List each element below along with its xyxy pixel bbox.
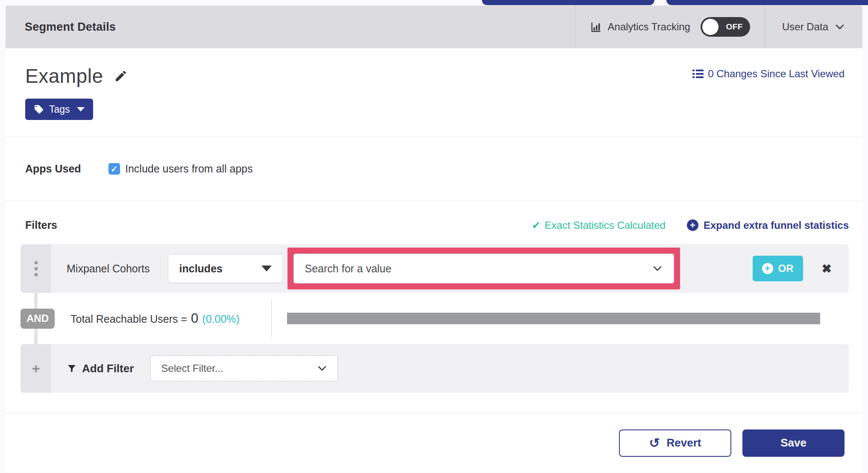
edit-pencil-icon[interactable] <box>114 69 128 83</box>
exact-statistics-status: ✔ Exact Statistics Calculated <box>532 219 666 231</box>
segment-details-card: Segment Details Analytics Tracking OFF U… <box>6 6 862 472</box>
footer-actions: ↺ Revert Save <box>6 413 862 472</box>
chevron-down-icon <box>317 365 327 371</box>
tag-icon <box>34 104 44 114</box>
page-title: Segment Details <box>6 6 575 48</box>
top-cutoff-tab-left <box>482 0 654 5</box>
filter-attribute-label: Mixpanel Cohorts <box>67 263 150 275</box>
chevron-down-icon <box>652 266 663 272</box>
save-button[interactable]: Save <box>742 429 845 457</box>
expand-funnel-statistics-link[interactable]: + Expand extra funnel statistics <box>687 219 849 231</box>
title-section: Example 0 Changes Since Last Viewed Tags <box>6 48 862 137</box>
revert-icon: ↺ <box>649 437 660 450</box>
filters-section: Filters ✔ Exact Statistics Calculated + … <box>6 201 862 413</box>
reachable-label: Total Reachable Users = <box>70 313 187 325</box>
drag-handle[interactable] <box>21 244 51 293</box>
reachable-progress-bar <box>287 313 820 324</box>
filters-heading: Filters <box>25 219 532 231</box>
check-icon: ✔ <box>532 219 540 231</box>
add-or-condition-button[interactable]: + OR <box>753 256 803 281</box>
include-all-apps-checkbox[interactable]: ✓ <box>108 163 120 175</box>
plus-circle-icon: + <box>687 219 698 231</box>
user-data-menu[interactable]: User Data <box>765 6 862 48</box>
segment-name: Example <box>25 64 103 88</box>
filter-row: Mixpanel Cohorts includes Search for a v… <box>21 244 849 293</box>
tags-button[interactable]: Tags <box>25 99 93 120</box>
select-caret-icon <box>261 266 272 272</box>
operator-select[interactable]: includes <box>168 254 283 283</box>
toggle-state-label: OFF <box>726 22 743 32</box>
plus-icon: + <box>32 361 40 377</box>
select-filter-placeholder: Select Filter... <box>161 362 223 374</box>
changes-link-label: 0 Changes Since Last Viewed <box>708 68 845 80</box>
expand-funnel-label: Expand extra funnel statistics <box>704 219 849 231</box>
value-select-highlight: Search for a value <box>287 248 680 289</box>
vertical-divider <box>271 300 272 337</box>
tags-button-label: Tags <box>49 104 70 115</box>
operator-value: includes <box>179 263 223 275</box>
revert-button-label: Revert <box>667 436 701 450</box>
drag-dots-icon <box>35 261 38 276</box>
analytics-tracking-section: Analytics Tracking OFF <box>575 6 765 48</box>
apps-used-label: Apps Used <box>25 163 108 175</box>
add-filter-row: + Add Filter Select Filter... <box>21 344 849 393</box>
add-filter-label: Add Filter <box>67 362 134 375</box>
and-badge: AND <box>21 309 55 329</box>
top-cutoff-tab-right <box>666 0 868 5</box>
plus-circle-icon: + <box>762 263 773 274</box>
include-all-apps-label: Include users from all apps <box>125 163 253 175</box>
toggle-knob <box>702 19 718 35</box>
changes-list-icon <box>692 69 704 79</box>
reachable-percent: (0.00%) <box>202 313 240 325</box>
bar-chart-icon <box>590 21 602 33</box>
exact-statistics-label: Exact Statistics Calculated <box>545 219 666 231</box>
value-search-select[interactable]: Search for a value <box>293 254 674 283</box>
revert-button[interactable]: ↺ Revert <box>619 429 731 457</box>
panel-header: Segment Details Analytics Tracking OFF U… <box>6 6 862 48</box>
and-summary-row: AND Total Reachable Users = 0 (0.00%) <box>21 293 849 344</box>
apps-used-section: Apps Used ✓ Include users from all apps <box>6 137 862 201</box>
analytics-tracking-toggle[interactable]: OFF <box>701 17 750 37</box>
user-data-label: User Data <box>782 21 828 33</box>
analytics-tracking-label: Analytics Tracking <box>608 21 690 33</box>
reachable-count: 0 <box>191 311 198 326</box>
select-filter-dropdown[interactable]: Select Filter... <box>150 355 338 382</box>
add-filter-gutter: + <box>21 344 51 393</box>
remove-filter-icon[interactable]: ✖ <box>822 262 832 276</box>
funnel-icon <box>67 363 77 374</box>
changes-since-last-viewed-link[interactable]: 0 Changes Since Last Viewed <box>692 68 845 80</box>
chevron-down-icon <box>835 24 845 30</box>
or-button-label: OR <box>778 263 794 274</box>
total-reachable-users: Total Reachable Users = 0 (0.00%) <box>70 311 240 326</box>
value-select-placeholder: Search for a value <box>305 263 392 275</box>
add-filter-text: Add Filter <box>82 362 134 375</box>
caret-down-icon <box>77 107 85 111</box>
